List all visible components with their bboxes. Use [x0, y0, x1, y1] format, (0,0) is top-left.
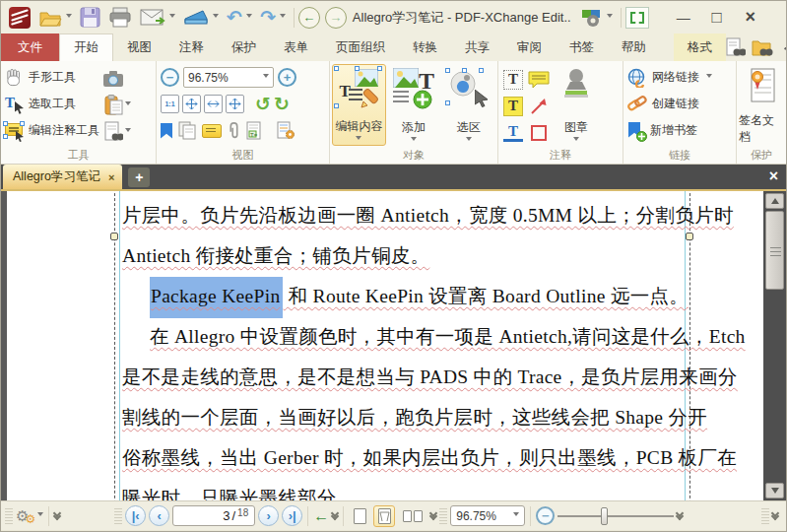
redo-button[interactable]: ↷ [256, 5, 290, 31]
vertical-scrollbar[interactable] [763, 191, 786, 500]
zoom-slider-handle[interactable] [601, 507, 608, 525]
tab-view[interactable]: 视图 [113, 33, 165, 61]
redo-dropdown[interactable] [280, 14, 286, 21]
web-link-dropdown[interactable] [706, 74, 712, 81]
comments-panel-icon[interactable] [202, 124, 222, 138]
first-page-button[interactable]: |‹ [125, 505, 146, 526]
view-settings-icon[interactable] [277, 121, 295, 140]
tab-protect[interactable]: 保护 [218, 33, 270, 61]
rotate-ccw-button[interactable]: ↺ [255, 95, 271, 113]
select-objects-button[interactable]: 选区 [441, 64, 495, 146]
find-dropdown[interactable] [125, 128, 131, 135]
fit-page-button[interactable] [226, 95, 244, 113]
add-object-dropdown[interactable] [411, 137, 417, 144]
fullscreen-button[interactable] [625, 7, 649, 29]
attachments-panel-icon[interactable] [228, 121, 240, 141]
tab-form[interactable]: 表单 [270, 33, 322, 61]
next-page-button[interactable]: › [258, 505, 279, 526]
selection-handle-left[interactable] [110, 233, 118, 240]
add-bookmark-button[interactable]: 新增书签 [625, 117, 734, 144]
print-button[interactable] [104, 5, 136, 31]
stamp-button[interactable]: 图章 [552, 64, 601, 146]
tab-organize[interactable]: 页面组织 [322, 33, 399, 61]
arrow-tool-button[interactable] [530, 98, 548, 115]
edit-comment-tool-button[interactable]: 编辑注释工具 [3, 117, 101, 144]
thumbnails-panel-icon[interactable] [178, 121, 196, 140]
zoom-out-button[interactable]: − [161, 68, 179, 87]
layout-overflow-chevron[interactable] [430, 513, 436, 519]
find-button[interactable] [101, 119, 133, 144]
zoom-level-combo[interactable]: 96.75% [183, 67, 274, 88]
edit-content-button[interactable]: T 编辑内容 [332, 64, 386, 146]
scroll-up-button[interactable] [765, 193, 784, 209]
scrollbar-thumb[interactable] [765, 211, 784, 290]
export-page-icon[interactable]: T= [246, 121, 263, 140]
app-menu-button[interactable] [5, 5, 34, 31]
status-zoom-out-button[interactable]: − [536, 506, 555, 525]
tab-convert[interactable]: 转换 [399, 33, 451, 61]
bookmarks-panel-button[interactable] [161, 123, 172, 139]
stamp-dropdown[interactable] [573, 137, 579, 144]
fit-width-button[interactable] [204, 95, 223, 113]
pdf-page[interactable]: 片层中。负片先沿板边画一圈 Antietch，宽度 0.5MM 以上；分割负片时… [7, 191, 765, 500]
tab-file[interactable]: 文件 [1, 33, 59, 61]
previous-page-button[interactable]: ‹ [149, 505, 169, 526]
create-link-button[interactable]: 创建链接 [625, 91, 734, 117]
status-expand-right[interactable] [772, 513, 778, 519]
selected-text[interactable]: Package KeePin [150, 277, 283, 318]
edit-content-dropdown[interactable] [356, 136, 361, 143]
fit-visible-button[interactable] [182, 95, 201, 113]
nav-overflow-chevron[interactable] [332, 513, 338, 519]
close-document-button[interactable]: × [769, 167, 778, 185]
history-back-button[interactable]: ← [313, 507, 329, 525]
nav-forward-button[interactable]: → [325, 7, 347, 29]
actual-size-button[interactable]: 1:1 [161, 95, 179, 113]
paste-dropdown[interactable] [125, 101, 131, 108]
tab-help[interactable]: 帮助 [608, 33, 660, 61]
undo-dropdown[interactable] [246, 14, 252, 21]
scan-dropdown[interactable] [213, 14, 219, 21]
sign-document-button[interactable]: 签名文档 [739, 64, 784, 146]
rotate-cw-button[interactable]: ↻ [274, 95, 290, 113]
status-zoom-dropdown[interactable] [513, 512, 519, 519]
collapse-ribbon-button[interactable] [779, 43, 787, 51]
zoom-combo-dropdown[interactable] [263, 74, 269, 81]
find-in-document-icon[interactable] [726, 37, 746, 57]
scan-button[interactable] [179, 5, 223, 31]
select-objects-dropdown[interactable] [466, 137, 472, 144]
minimize-button[interactable]: — [667, 6, 700, 30]
sticky-note-tool-button[interactable] [528, 71, 550, 89]
single-page-layout-button[interactable] [349, 505, 370, 527]
document-tab-close-icon[interactable]: × [108, 171, 114, 183]
underline-tool-button[interactable]: T [503, 124, 523, 142]
open-dropdown[interactable] [66, 14, 72, 21]
select-tool-button[interactable]: T 选取工具 [3, 91, 101, 117]
zoom-in-button[interactable]: + [278, 68, 296, 87]
tab-comment[interactable]: 注释 [165, 33, 218, 61]
snapshot-button[interactable] [101, 66, 125, 91]
selection-handle-right[interactable] [686, 233, 693, 240]
status-zoom-combo[interactable]: 96.75% [450, 505, 525, 526]
zoom-overflow-chevron[interactable] [677, 513, 683, 519]
fit-width-layout-button[interactable] [373, 505, 395, 527]
two-page-layout-button[interactable] [398, 505, 427, 527]
web-link-button[interactable]: 网络链接 [625, 64, 734, 91]
last-page-button[interactable]: ›| [282, 505, 302, 526]
tab-review[interactable]: 审阅 [503, 33, 556, 61]
status-settings-button[interactable]: ⚙ ⚙ [16, 506, 43, 526]
tab-format[interactable]: 格式 [674, 33, 726, 61]
tab-bookmarks[interactable]: 书签 [556, 33, 608, 61]
document-tab-active[interactable]: Allegro学习笔记 × [3, 165, 122, 189]
highlight-tool-button[interactable]: T [503, 97, 523, 116]
status-settings-dropdown[interactable] [37, 512, 43, 519]
ui-options-button[interactable] [577, 5, 617, 31]
email-dropdown[interactable] [169, 14, 175, 21]
status-expand-left[interactable] [54, 513, 60, 519]
zoom-slider[interactable] [557, 506, 674, 526]
tab-share[interactable]: 共享 [451, 33, 503, 61]
save-button[interactable] [76, 5, 104, 31]
open-button[interactable] [34, 5, 76, 31]
scroll-down-button[interactable] [765, 483, 784, 499]
paste-button[interactable] [101, 93, 133, 117]
rectangle-tool-button[interactable] [531, 125, 547, 141]
